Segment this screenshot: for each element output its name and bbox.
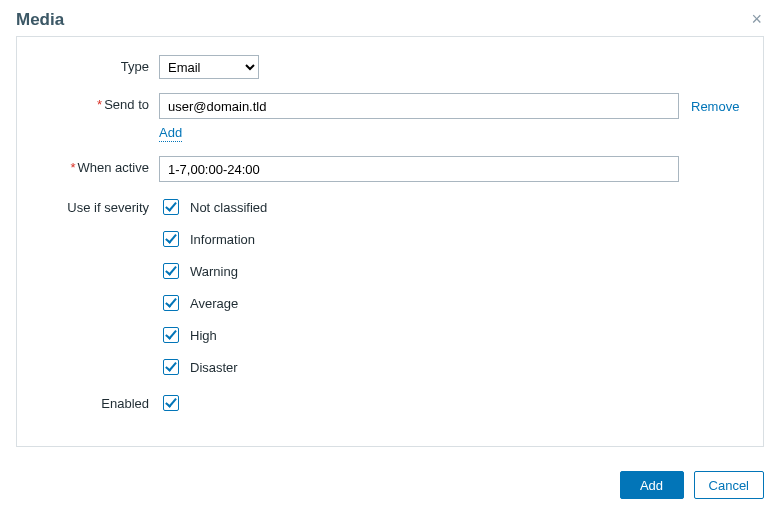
severity-item-warning[interactable]: Warning <box>159 260 267 282</box>
severity-item-high[interactable]: High <box>159 324 267 346</box>
severity-label: Warning <box>190 264 238 279</box>
severity-checkbox[interactable] <box>163 359 179 375</box>
remove-send-to-link[interactable]: Remove <box>691 99 739 114</box>
label-severity: Use if severity <box>39 196 159 215</box>
row-type: Type Email <box>39 55 741 79</box>
row-enabled: Enabled <box>39 392 741 414</box>
row-add-send-to: Add <box>39 125 741 142</box>
add-button[interactable]: Add <box>620 471 684 499</box>
label-enabled: Enabled <box>39 392 159 411</box>
cancel-button[interactable]: Cancel <box>694 471 764 499</box>
severity-label: Disaster <box>190 360 238 375</box>
form-panel: Type Email *Send to Remove Add *When act… <box>16 36 764 447</box>
severity-item-average[interactable]: Average <box>159 292 267 314</box>
severity-item-information[interactable]: Information <box>159 228 267 250</box>
dialog-footer: Add Cancel <box>16 471 764 499</box>
type-select[interactable]: Email <box>159 55 259 79</box>
close-icon[interactable]: × <box>749 10 764 28</box>
label-when-active: *When active <box>39 156 159 175</box>
severity-label: Not classified <box>190 200 267 215</box>
severity-list: Not classified Information Warning Avera… <box>159 196 267 378</box>
dialog-title: Media <box>16 10 64 30</box>
severity-item-disaster[interactable]: Disaster <box>159 356 267 378</box>
severity-label: Average <box>190 296 238 311</box>
required-asterisk-icon: * <box>97 97 102 112</box>
severity-checkbox[interactable] <box>163 231 179 247</box>
severity-checkbox[interactable] <box>163 327 179 343</box>
severity-label: Information <box>190 232 255 247</box>
severity-checkbox[interactable] <box>163 199 179 215</box>
required-asterisk-icon: * <box>70 160 75 175</box>
severity-item-not-classified[interactable]: Not classified <box>159 196 267 218</box>
send-to-input[interactable] <box>159 93 679 119</box>
add-send-to-link[interactable]: Add <box>159 125 182 142</box>
row-send-to: *Send to Remove <box>39 93 741 119</box>
enabled-item[interactable] <box>159 392 182 414</box>
severity-checkbox[interactable] <box>163 295 179 311</box>
severity-checkbox[interactable] <box>163 263 179 279</box>
dialog-header: Media × <box>16 10 764 30</box>
enabled-checkbox[interactable] <box>163 395 179 411</box>
row-when-active: *When active <box>39 156 741 182</box>
row-severity: Use if severity Not classified Informati… <box>39 196 741 378</box>
when-active-input[interactable] <box>159 156 679 182</box>
label-send-to: *Send to <box>39 93 159 112</box>
severity-label: High <box>190 328 217 343</box>
label-type: Type <box>39 55 159 74</box>
